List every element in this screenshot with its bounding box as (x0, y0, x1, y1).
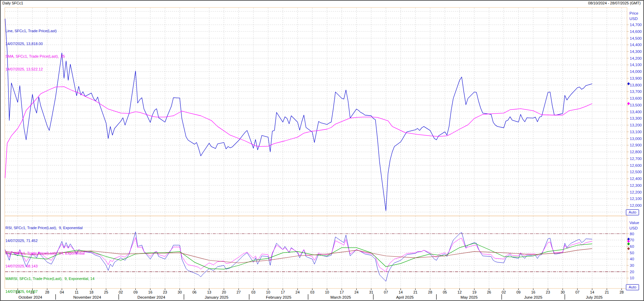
value-axis-title-line2: USD (629, 225, 639, 231)
svg-text:14,300: 14,300 (630, 49, 642, 54)
marsi9-legend-value: 14/07/2025, 64.037 (5, 289, 96, 294)
value-axis-title: Value USD (629, 220, 639, 231)
svg-text:03: 03 (310, 290, 314, 294)
svg-text:14,500: 14,500 (630, 36, 642, 40)
rsi9-legend-series: RSI, SFCc1, Trade Price(Last), 9, Expone… (5, 226, 96, 230)
svg-text:April 2025: April 2025 (396, 295, 414, 299)
svg-text:50: 50 (630, 251, 634, 255)
svg-text:40: 40 (630, 257, 634, 261)
value-auto-button[interactable]: Auto (626, 284, 639, 290)
svg-text:28: 28 (620, 290, 624, 294)
svg-text:12,800: 12,800 (630, 150, 642, 154)
price-legend-series: Line, SFCc1, Trade Price(Last) (5, 29, 65, 33)
svg-text:07: 07 (384, 290, 388, 294)
svg-text:12,700: 12,700 (630, 157, 642, 161)
svg-text:30: 30 (630, 263, 634, 267)
svg-text:09: 09 (516, 290, 520, 294)
svg-text:13,700: 13,700 (630, 89, 642, 94)
svg-text:30: 30 (178, 290, 182, 294)
svg-text:14,400: 14,400 (630, 43, 642, 47)
svg-text:16: 16 (148, 290, 152, 294)
svg-text:23: 23 (546, 290, 550, 294)
svg-text:24: 24 (355, 290, 359, 294)
svg-text:12,400: 12,400 (630, 177, 642, 181)
sma-legend-series: SMA, SFCc1, Trade Price(Last), 25 (5, 54, 65, 59)
price-axis-title-line1: Price (629, 11, 638, 16)
svg-text:70: 70 (630, 238, 634, 242)
svg-text:May 2025: May 2025 (460, 295, 478, 299)
svg-text:20: 20 (630, 270, 634, 274)
svg-text:13,300: 13,300 (630, 116, 642, 120)
svg-text:17: 17 (281, 290, 285, 294)
svg-text:March 2025: March 2025 (330, 295, 351, 299)
price-line (5, 19, 592, 211)
svg-text:14,700: 14,700 (630, 23, 642, 27)
svg-text:14: 14 (590, 290, 594, 294)
svg-text:19: 19 (472, 290, 476, 294)
svg-text:13,100: 13,100 (630, 130, 642, 134)
svg-text:December 2024: December 2024 (137, 295, 165, 299)
svg-text:60: 60 (630, 244, 634, 248)
svg-text:30: 30 (561, 290, 565, 294)
svg-text:31: 31 (369, 290, 373, 294)
svg-text:14,000: 14,000 (630, 69, 642, 74)
svg-text:23: 23 (163, 290, 167, 294)
sma-line (5, 87, 592, 178)
price-auto-button[interactable]: Auto (626, 209, 639, 215)
svg-text:13,900: 13,900 (630, 76, 642, 80)
panel-frames (5, 7, 627, 288)
rsi14-legend-value: 14/07/2025, 68.143 (5, 264, 96, 268)
price-axis-title: Price USD (629, 11, 638, 21)
gridlines (5, 8, 627, 288)
svg-text:24: 24 (296, 290, 300, 294)
rsi9-legend-value: 14/07/2025, 71.452 (5, 239, 96, 243)
svg-text:13,000: 13,000 (630, 137, 642, 141)
svg-text:12,600: 12,600 (630, 163, 642, 167)
svg-text:12,200: 12,200 (630, 190, 642, 194)
svg-text:12,000: 12,000 (630, 203, 642, 207)
svg-text:14,100: 14,100 (630, 63, 642, 67)
svg-text:12,300: 12,300 (630, 183, 642, 187)
svg-text:02: 02 (502, 290, 506, 294)
svg-text:16: 16 (531, 290, 535, 294)
svg-text:10: 10 (630, 276, 634, 280)
svg-text:10: 10 (325, 290, 329, 294)
svg-text:12,100: 12,100 (630, 197, 642, 201)
chart-window: Daily SFCc1 08/10/2024 - 28/07/2025 (GMT… (0, 0, 644, 301)
svg-text:14,600: 14,600 (630, 29, 642, 34)
price-axis-title-line2: USD (629, 16, 638, 21)
svg-text:09: 09 (133, 290, 137, 294)
price-legend-value: 14/07/2025, 13,818.00 (5, 42, 65, 46)
svg-text:21: 21 (413, 290, 417, 294)
svg-text:17: 17 (340, 290, 344, 294)
svg-text:14: 14 (399, 290, 403, 294)
marsi9-legend-series: MARSI, SFCc1, Trade Price(Last), 9, Expo… (5, 277, 96, 281)
value-axis-title-line1: Value (629, 220, 639, 225)
sma-legend-value: 14/07/2025, 13,522.12 (5, 67, 65, 72)
svg-text:13,200: 13,200 (630, 123, 642, 127)
rsi-threshold-lines (5, 234, 627, 272)
svg-text:12,500: 12,500 (630, 170, 642, 174)
chart-canvas[interactable]: 14,70014,60014,50014,40014,30014,20014,1… (0, 0, 644, 301)
svg-text:20: 20 (222, 290, 226, 294)
svg-text:27: 27 (236, 290, 241, 294)
svg-text:06: 06 (192, 290, 196, 294)
svg-text:80: 80 (630, 232, 634, 236)
svg-text:14,200: 14,200 (630, 56, 642, 60)
svg-text:21: 21 (605, 290, 609, 294)
svg-text:13: 13 (207, 290, 211, 294)
svg-text:26: 26 (487, 290, 491, 294)
svg-text:12: 12 (457, 290, 461, 294)
svg-text:January 2025: January 2025 (205, 295, 228, 299)
svg-text:13,800: 13,800 (630, 83, 642, 87)
svg-text:February 2025: February 2025 (266, 295, 291, 299)
svg-text:13,400: 13,400 (630, 110, 642, 114)
svg-text:07: 07 (575, 290, 580, 294)
svg-text:05: 05 (443, 290, 447, 294)
svg-text:28: 28 (428, 290, 432, 294)
svg-text:25: 25 (104, 290, 108, 294)
svg-text:13,500: 13,500 (630, 103, 642, 107)
svg-text:12,900: 12,900 (630, 143, 642, 147)
svg-text:13,600: 13,600 (630, 96, 642, 100)
svg-text:10: 10 (266, 290, 270, 294)
